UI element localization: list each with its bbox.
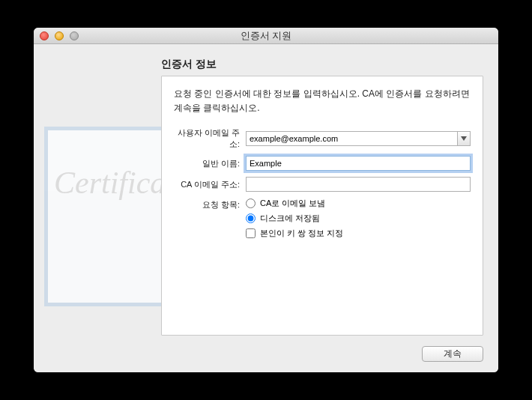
user-email-input[interactable]	[246, 131, 457, 146]
user-email-combobox	[246, 131, 471, 146]
label-common-name: 일반 이름:	[174, 158, 246, 169]
chevron-down-icon	[461, 136, 467, 141]
radio-save-disk[interactable]	[246, 213, 256, 223]
titlebar: 인증서 지원	[34, 28, 498, 44]
checkbox-keypair-label: 본인이 키 쌍 정보 지정	[260, 228, 343, 239]
window-title: 인증서 지원	[34, 29, 498, 43]
row-request-type: 요청 항목: CA로 이메일 보냄 디스크에 저장됨 본인이 키 쌍 정보 지정	[174, 198, 471, 243]
instruction-text: 요청 중인 인증서에 대한 정보를 입력하십시오. CA에 인증서를 요청하려면…	[174, 87, 471, 115]
minimize-button[interactable]	[55, 31, 64, 40]
radio-option-save-disk[interactable]: 디스크에 저장됨	[246, 213, 471, 224]
row-ca-email: CA 이메일 주소:	[174, 177, 471, 192]
label-ca-email: CA 이메일 주소:	[174, 179, 246, 190]
content-area: Certificate 인증서 정보 요청 중인 인증서에 대한 정보를 입력하…	[34, 44, 498, 372]
radio-email-ca[interactable]	[246, 199, 256, 208]
radio-email-ca-label: CA로 이메일 보냄	[260, 198, 325, 209]
row-user-email: 사용자 이메일 주소:	[174, 127, 471, 150]
certificate-assistant-window: 인증서 지원 Certificate 인증서 정보 요청 중인 인증서에 대한 …	[34, 28, 498, 372]
user-email-dropdown-button[interactable]	[457, 131, 471, 146]
radio-option-email-ca[interactable]: CA로 이메일 보냄	[246, 198, 471, 209]
section-title: 인증서 정보	[161, 58, 483, 71]
form-panel: 요청 중인 인증서에 대한 정보를 입력하십시오. CA에 인증서를 요청하려면…	[161, 76, 483, 336]
footer: 계속	[49, 340, 483, 362]
radio-save-disk-label: 디스크에 저장됨	[260, 213, 320, 224]
close-button[interactable]	[40, 31, 49, 40]
checkbox-option-keypair[interactable]: 본인이 키 쌍 정보 지정	[246, 228, 471, 239]
checkbox-keypair[interactable]	[246, 228, 256, 238]
continue-button[interactable]: 계속	[422, 346, 483, 362]
label-user-email: 사용자 이메일 주소:	[174, 127, 246, 150]
zoom-button[interactable]	[70, 31, 79, 40]
label-request-type: 요청 항목:	[174, 198, 246, 210]
ca-email-input[interactable]	[246, 177, 471, 192]
common-name-input[interactable]	[246, 156, 471, 171]
traffic-lights	[34, 31, 79, 40]
row-common-name: 일반 이름:	[174, 156, 471, 171]
